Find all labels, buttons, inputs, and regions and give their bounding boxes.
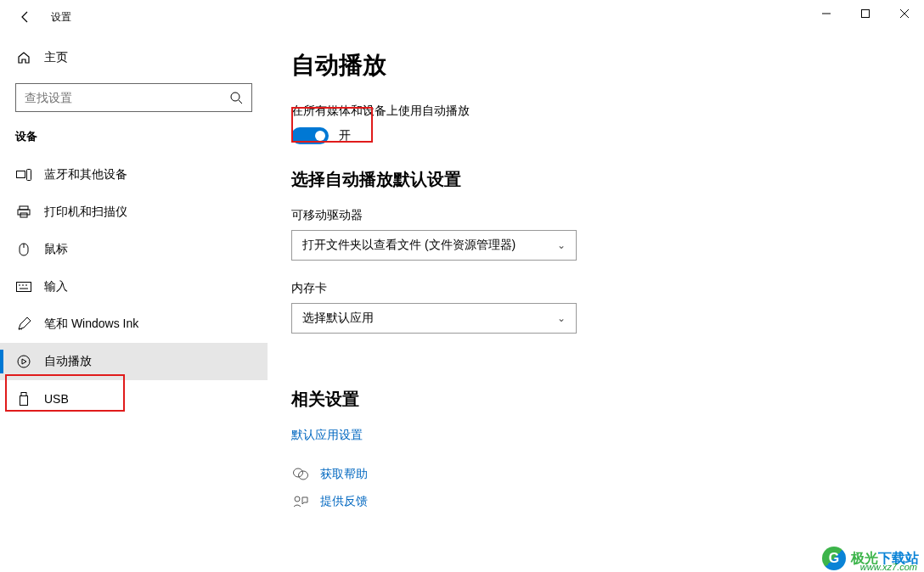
- sidebar-item-label: USB: [44, 392, 69, 406]
- defaults-section-title: 选择自动播放默认设置: [291, 168, 900, 191]
- watermark-logo-icon: G: [822, 547, 846, 570]
- sidebar-item-label: 打印机和扫描仪: [44, 205, 127, 220]
- home-label: 主页: [44, 50, 68, 65]
- sidebar-item-label: 鼠标: [44, 242, 68, 257]
- printer-icon: [15, 205, 32, 219]
- close-button[interactable]: [885, 0, 924, 27]
- chevron-down-icon: ⌄: [557, 239, 566, 251]
- get-help-link[interactable]: 获取帮助: [320, 467, 368, 482]
- sidebar-item-autoplay[interactable]: 自动播放: [0, 343, 268, 380]
- search-icon: [229, 91, 243, 104]
- svg-point-22: [299, 471, 308, 479]
- related-section-title: 相关设置: [291, 388, 900, 411]
- sidebar-item-bluetooth[interactable]: 蓝牙和其他设备: [0, 156, 268, 193]
- sidebar-item-label: 笔和 Windows Ink: [44, 317, 138, 332]
- search-input-container[interactable]: [15, 83, 252, 112]
- removable-drive-label: 可移动驱动器: [291, 208, 900, 223]
- svg-point-21: [294, 468, 303, 477]
- svg-rect-1: [862, 10, 870, 18]
- removable-drive-dropdown[interactable]: 打开文件夹以查看文件 (文件资源管理器) ⌄: [291, 230, 577, 261]
- mouse-icon: [15, 243, 32, 256]
- sidebar-item-label: 蓝牙和其他设备: [44, 167, 127, 182]
- pen-icon: [15, 317, 32, 331]
- give-feedback-link[interactable]: 提供反馈: [320, 494, 368, 509]
- memory-card-dropdown[interactable]: 选择默认应用 ⌄: [291, 303, 577, 334]
- maximize-button[interactable]: [846, 0, 885, 27]
- feedback-icon: [291, 495, 310, 508]
- svg-rect-19: [21, 393, 26, 396]
- svg-rect-20: [20, 396, 28, 406]
- svg-point-23: [295, 496, 300, 502]
- window-title: 设置: [51, 10, 71, 25]
- svg-rect-6: [17, 171, 25, 178]
- dropdown-value: 选择默认应用: [302, 311, 374, 326]
- help-icon: [291, 468, 310, 481]
- toggle-state-label: 开: [339, 128, 351, 143]
- chevron-down-icon: ⌄: [557, 312, 566, 324]
- sidebar-item-label: 自动播放: [44, 354, 92, 369]
- sidebar-item-printers[interactable]: 打印机和扫描仪: [0, 193, 268, 231]
- usb-icon: [15, 392, 32, 406]
- sidebar-item-label: 输入: [44, 279, 68, 294]
- svg-line-5: [239, 100, 242, 104]
- autoplay-icon: [15, 355, 32, 368]
- devices-icon: [15, 169, 32, 181]
- search-input[interactable]: [25, 91, 229, 104]
- svg-rect-9: [18, 210, 30, 215]
- sidebar-item-pen[interactable]: 笔和 Windows Ink: [0, 306, 268, 343]
- sidebar-item-usb[interactable]: USB: [0, 380, 268, 418]
- svg-point-18: [18, 356, 30, 367]
- autoplay-toggle[interactable]: [291, 127, 329, 144]
- sidebar-section-label: 设备: [15, 129, 252, 144]
- home-link[interactable]: 主页: [15, 42, 252, 73]
- svg-rect-7: [27, 170, 31, 181]
- main-content: 自动播放 在所有媒体和设备上使用自动播放 开 选择自动播放默认设置 可移动驱动器…: [268, 34, 924, 572]
- sidebar-item-mouse[interactable]: 鼠标: [0, 231, 268, 268]
- memory-card-label: 内存卡: [291, 281, 900, 296]
- default-apps-link[interactable]: 默认应用设置: [291, 428, 900, 443]
- sidebar: 主页 设备 蓝牙和其他设备 打印机和扫描仪 鼠标 输: [0, 34, 268, 572]
- home-icon: [15, 51, 32, 64]
- sidebar-item-typing[interactable]: 输入: [0, 268, 268, 306]
- toggle-description: 在所有媒体和设备上使用自动播放: [291, 104, 900, 119]
- svg-rect-8: [20, 206, 28, 210]
- svg-rect-13: [17, 283, 31, 292]
- back-button[interactable]: [15, 7, 36, 27]
- minimize-button[interactable]: [807, 0, 846, 27]
- dropdown-value: 打开文件夹以查看文件 (文件资源管理器): [302, 238, 516, 253]
- svg-point-4: [231, 93, 239, 101]
- keyboard-icon: [15, 282, 32, 292]
- watermark-url: www.xz7.com: [860, 562, 917, 572]
- page-title: 自动播放: [291, 49, 900, 81]
- toggle-knob: [315, 131, 325, 141]
- watermark: G 极光下载站 www.xz7.com: [822, 547, 919, 570]
